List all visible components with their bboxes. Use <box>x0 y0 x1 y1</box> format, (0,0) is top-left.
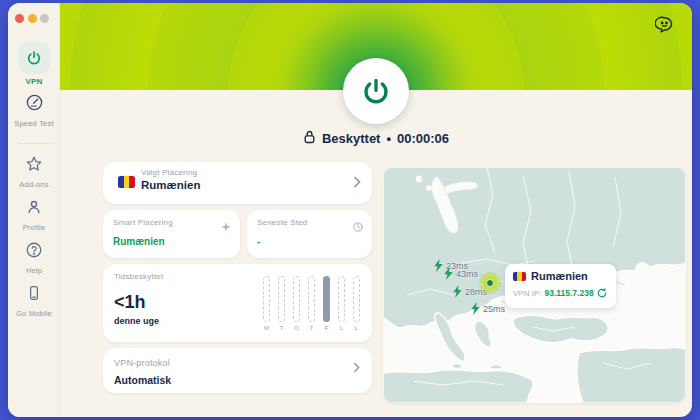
zoom-button[interactable] <box>40 14 49 23</box>
usage-bar <box>353 276 360 322</box>
close-button[interactable] <box>15 14 24 23</box>
sidebar-item-go-mobile[interactable]: Go Mobile <box>8 284 60 318</box>
clock-icon <box>353 218 363 236</box>
usage-bar-active <box>323 276 330 322</box>
sidebar-item-label: Speed Test <box>8 119 60 128</box>
day-label: T <box>305 325 318 331</box>
sidebar-item-label: VPN <box>8 77 60 86</box>
time-protected-value: <1h <box>114 292 146 313</box>
vpn-protocol-label: VPN-protokol <box>114 358 170 368</box>
refresh-ip-icon[interactable] <box>597 284 607 302</box>
time-protected-label: Tidsbeskyttet <box>114 272 163 281</box>
star-icon <box>25 159 43 176</box>
lock-icon <box>303 130 316 147</box>
ping-latency: 43ms <box>456 269 478 279</box>
question-icon <box>25 245 43 262</box>
person-icon <box>25 202 43 219</box>
status-separator: • <box>386 131 391 146</box>
callout-country: Rumænien <box>531 270 588 282</box>
sidebar-item-add-ons[interactable]: Add-ons <box>8 155 60 189</box>
day-label: T <box>275 325 288 331</box>
usage-bar <box>278 276 285 322</box>
vpn-protocol-card[interactable]: VPN-protokol Automatisk <box>103 348 372 393</box>
romania-flag-icon <box>513 272 526 281</box>
day-label: M <box>260 325 273 331</box>
connected-location-dot <box>486 279 494 287</box>
status-label: Beskyttet <box>322 131 381 146</box>
bolt-icon <box>452 285 463 298</box>
bolt-icon <box>443 267 454 280</box>
bolt-icon <box>470 302 481 315</box>
ping-marker: 25ms <box>470 302 505 315</box>
usage-bar <box>338 276 345 322</box>
sidebar-item-profile[interactable]: Profile <box>8 198 60 232</box>
ping-marker: 43ms <box>443 267 478 280</box>
sidebar-item-vpn[interactable]: VPN <box>8 42 60 86</box>
sidebar-item-label: Add-ons <box>8 180 60 189</box>
day-label: L <box>335 325 348 331</box>
selected-location-label: Valgt Placering <box>141 168 197 177</box>
recent-location-card[interactable]: Seneste Sted - <box>247 210 372 258</box>
feedback-icon[interactable] <box>655 15 674 34</box>
selected-location-card[interactable]: Valgt Placering Rumænien <box>103 162 372 204</box>
sidebar-item-label: Profile <box>8 223 60 232</box>
vpn-ip-label: VPN IP: <box>513 289 541 298</box>
smart-location-value: Rumænien <box>113 236 165 247</box>
romania-flag-icon <box>118 176 135 188</box>
selected-location-value: Rumænien <box>141 179 200 191</box>
chevron-right-icon[interactable] <box>353 174 361 192</box>
vpn-protocol-value: Automatisk <box>114 374 171 386</box>
usage-bar <box>293 276 300 322</box>
power-icon <box>18 42 50 74</box>
sparkle-icon <box>221 218 231 236</box>
usage-bar <box>308 276 315 322</box>
sidebar-item-label: Help <box>8 266 60 275</box>
smart-location-card[interactable]: Smart Placering Rumænien <box>103 210 240 258</box>
location-callout: Rumænien VPN IP: 93.115.7.238 <box>505 264 616 308</box>
smart-location-label: Smart Placering <box>113 218 173 227</box>
time-protected-period: denne uge <box>114 316 159 326</box>
sidebar: VPN Speed Test Add-ons <box>8 3 60 417</box>
vpn-ip-value: 93.115.7.238 <box>544 288 593 298</box>
sidebar-divider <box>18 143 50 144</box>
connection-status: Beskyttet • 00:00:06 <box>60 130 692 147</box>
time-protected-card: Tidsbeskyttet <1h denne uge M T O T F L … <box>103 264 372 342</box>
app-window: VPN Speed Test Add-ons <box>8 3 692 417</box>
sidebar-item-help[interactable]: Help <box>8 241 60 275</box>
day-label: L <box>350 325 363 331</box>
phone-icon <box>25 288 43 305</box>
ping-latency: 25ms <box>483 304 505 314</box>
disconnect-button[interactable] <box>343 58 409 124</box>
usage-bar <box>263 276 270 322</box>
map-card[interactable]: 23ms 43ms 28ms 25ms Rumænien VPN IP: 93. <box>383 167 686 403</box>
minimize-button[interactable] <box>28 14 37 23</box>
day-label: F <box>320 325 333 331</box>
sidebar-item-speed-test[interactable]: Speed Test <box>8 93 60 128</box>
recent-location-label: Seneste Sted <box>257 218 307 227</box>
speedometer-icon <box>25 98 44 115</box>
day-label: O <box>290 325 303 331</box>
chevron-right-icon[interactable] <box>353 359 360 377</box>
recent-location-value: - <box>257 236 260 247</box>
sidebar-item-label: Go Mobile <box>8 309 60 318</box>
session-timer: 00:00:06 <box>397 131 449 146</box>
